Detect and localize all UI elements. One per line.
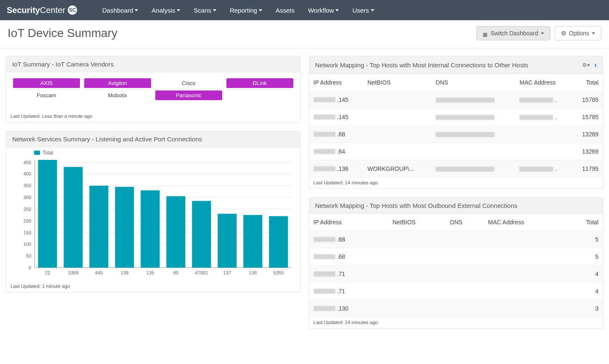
bar-47001[interactable] [192, 201, 211, 268]
bar-chart: 0501001502002503003504004502233894451391… [11, 157, 296, 279]
col-dns[interactable]: DNS [446, 214, 484, 231]
svg-text:350: 350 [23, 183, 31, 188]
legend-label: Total [43, 150, 53, 156]
brand-text-1: Security [7, 5, 40, 15]
table-row[interactable]: .685 [309, 231, 603, 248]
table-row[interactable]: .145 .15785 [309, 91, 603, 109]
caret-down-icon [177, 9, 180, 11]
vendor-cell-avigilon[interactable]: Avigilon [84, 78, 151, 88]
bar-5355[interactable] [269, 216, 288, 268]
svg-text:300: 300 [23, 195, 31, 200]
svg-text:445: 445 [95, 270, 103, 275]
nav-reporting[interactable]: Reporting [230, 7, 262, 14]
vendors-panel-header: IoT Summary - IoT Camera Vendors [6, 56, 300, 72]
brand-text-2: Center [40, 5, 65, 15]
internal-panel-title: Network Mapping - Top Hosts with Most In… [315, 61, 529, 69]
table-row[interactable]: .1303 [309, 300, 603, 317]
chevron-right-icon[interactable]: › [594, 61, 597, 69]
nav-users[interactable]: Users [352, 7, 374, 14]
gear-icon [561, 30, 566, 37]
bar-137[interactable] [218, 214, 237, 268]
brand-logo: SecurityCenter SC [7, 5, 77, 15]
svg-text:0: 0 [29, 265, 31, 270]
table-row[interactable]: .714 [309, 266, 603, 283]
internal-panel-footer: Last Updated: 14 minutes ago [309, 178, 603, 189]
svg-text:5355: 5355 [273, 270, 284, 275]
internal-panel-actions: ⚙▾ › [582, 61, 597, 69]
table-row[interactable]: .685 [309, 248, 603, 266]
bar-445[interactable] [89, 186, 108, 268]
switch-dashboard-button[interactable]: Switch Dashboard [476, 26, 550, 40]
bar-138[interactable] [243, 215, 262, 268]
table-row[interactable]: .145 .15785 [309, 109, 603, 126]
top-nav: SecurityCenter SC DashboardAnalysisScans… [0, 0, 609, 20]
svg-text:80: 80 [173, 270, 179, 275]
vendors-panel-body: AXISAvigilonCiscoDLinkFoscamMobotixPanas… [6, 72, 300, 111]
outbound-panel: Network Mapping - Top Hosts with Most Ou… [309, 197, 604, 329]
page-header: IoT Device Summary Switch Dashboard Opti… [0, 20, 609, 48]
nav-analysis[interactable]: Analysis [152, 7, 180, 14]
header-actions: Switch Dashboard Options [476, 26, 601, 40]
vendors-panel-footer: Last Updated: Less than a minute ago [6, 111, 300, 122]
nav-dashboard[interactable]: Dashboard [102, 7, 138, 14]
vendor-cell-mobotix[interactable]: Mobotix [84, 90, 151, 100]
grid-icon [483, 31, 488, 36]
caret-down-icon [592, 32, 595, 35]
col-dns[interactable]: DNS [431, 74, 515, 91]
chart-panel-header: Network Services Summary - Listening and… [6, 131, 300, 147]
content-area: IoT Summary - IoT Camera Vendors AXISAvi… [0, 48, 609, 337]
bar-135[interactable] [141, 190, 160, 268]
legend-swatch [34, 151, 40, 155]
svg-text:400: 400 [23, 172, 31, 177]
vendor-cell-dlink[interactable]: DLink [226, 78, 293, 88]
vendor-cell-panasonic[interactable]: Panasonic [155, 90, 222, 100]
nav-items: DashboardAnalysisScansReportingAssetsWor… [102, 7, 374, 14]
vendor-cell-empty [226, 90, 293, 100]
brand-badge: SC [68, 5, 77, 15]
outbound-panel-title: Network Mapping - Top Hosts with Most Ou… [315, 202, 518, 209]
col-netbios[interactable]: NetBIOS [363, 74, 431, 91]
col-total[interactable]: Total [565, 214, 603, 231]
vendor-cell-axis[interactable]: AXIS [13, 78, 80, 88]
caret-down-icon [259, 9, 262, 11]
bar-3389[interactable] [64, 167, 82, 268]
nav-scans[interactable]: Scans [194, 7, 216, 14]
col-mac[interactable]: MAC Address [484, 214, 565, 231]
table-row[interactable]: .714 [309, 283, 603, 300]
col-ip[interactable]: IP Address [309, 74, 364, 91]
chart-panel: Network Services Summary - Listening and… [6, 131, 301, 292]
nav-workflow[interactable]: Workflow [308, 7, 339, 14]
col-mac[interactable]: MAC Address [515, 74, 572, 91]
svg-text:135: 135 [146, 270, 154, 275]
chart-legend: Total [34, 150, 296, 156]
svg-text:137: 137 [223, 270, 231, 275]
table-row[interactable]: .6813269 [309, 126, 603, 143]
options-button[interactable]: Options [555, 26, 601, 40]
internal-table: IP Address NetBIOS DNS MAC Address Total… [309, 74, 603, 178]
outbound-panel-header: Network Mapping - Top Hosts with Most Ou… [309, 198, 603, 214]
internal-panel: Network Mapping - Top Hosts with Most In… [309, 56, 604, 189]
svg-text:22: 22 [45, 270, 51, 275]
vendor-grid: AXISAvigilonCiscoDLinkFoscamMobotixPanas… [12, 77, 294, 109]
table-row[interactable]: .6413269 [309, 143, 603, 160]
col-total[interactable]: Total [572, 74, 603, 91]
svg-text:200: 200 [23, 218, 31, 223]
bar-80[interactable] [166, 196, 185, 268]
vendor-cell-cisco[interactable]: Cisco [155, 78, 222, 88]
col-netbios[interactable]: NetBIOS [388, 214, 446, 231]
chart-panel-title: Network Services Summary - Listening and… [12, 136, 202, 143]
chart-panel-footer: Last Updated: 1 minute ago [6, 281, 300, 292]
table-row[interactable]: .136WORKGROUP\... .11795 [309, 160, 603, 178]
left-column: IoT Summary - IoT Camera Vendors AXISAvi… [6, 56, 301, 329]
internal-panel-header: Network Mapping - Top Hosts with Most In… [309, 56, 603, 74]
vendor-cell-foscam[interactable]: Foscam [13, 90, 80, 100]
nav-assets[interactable]: Assets [276, 7, 295, 14]
caret-down-icon [541, 32, 544, 35]
svg-text:150: 150 [23, 230, 31, 235]
bar-139[interactable] [115, 187, 134, 268]
caret-down-icon [335, 9, 339, 11]
bar-22[interactable] [38, 160, 57, 268]
col-ip[interactable]: IP Address [309, 214, 388, 231]
gear-icon[interactable]: ⚙▾ [582, 62, 590, 68]
chart-body: Total 0501001502002503003504004502233894… [6, 147, 300, 281]
